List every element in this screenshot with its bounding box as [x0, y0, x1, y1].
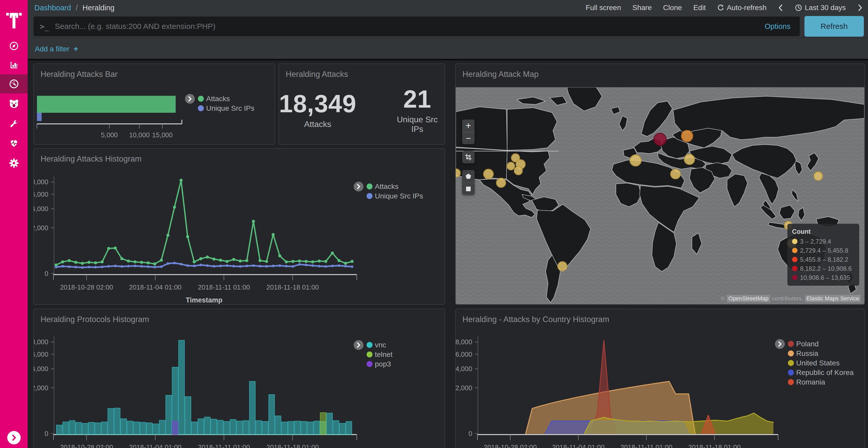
fullscreen-button[interactable]: Full screen [586, 4, 621, 12]
sidebar-item-dashboard[interactable] [0, 74, 28, 94]
breadcrumb-current: Heralding [83, 4, 115, 12]
svg-text:2018-10-28 02:00: 2018-10-28 02:00 [484, 443, 536, 448]
legend-range-row: 3 – 2,729.4 [792, 237, 855, 246]
legend-dot [792, 239, 798, 244]
time-back-button[interactable] [778, 4, 783, 12]
time-forward-button[interactable] [857, 4, 863, 12]
compass-icon [9, 41, 19, 51]
legend-item-unique-src-ips[interactable]: Unique Src IPs [198, 103, 254, 113]
map-toolbar: + − [462, 119, 474, 202]
metric-label: Attacks [279, 119, 356, 129]
square-icon [465, 185, 472, 192]
metric-value: 18,349 [279, 90, 356, 118]
metric-label: Unique Src IPs [390, 115, 444, 134]
legend-dot [788, 379, 794, 385]
legend-item-attacks[interactable]: Attacks [198, 94, 254, 103]
legend-range-row: 8,182.2 – 10,908.6 [792, 264, 855, 273]
metric-attacks: 18,349 Attacks [279, 90, 356, 129]
legend-dot [788, 360, 794, 366]
svg-text:2018-11-18 01:00: 2018-11-18 01:00 [266, 283, 319, 291]
sidebar-item-monitoring[interactable] [0, 133, 28, 153]
legend-dot [792, 257, 798, 262]
legend-item-united-states[interactable]: United States [788, 358, 854, 368]
legend-range-row: 10,908.6 – 13,635 [792, 273, 855, 282]
chevron-right-icon [356, 183, 361, 190]
legend-label: Romania [796, 378, 825, 386]
legend-item-unique-src-ips[interactable]: Unique Src IPs [367, 191, 423, 201]
sidebar-item-management[interactable] [0, 153, 28, 173]
sidebar [0, 0, 28, 448]
legend-dot [367, 351, 373, 357]
sidebar-item-discover[interactable] [0, 36, 28, 56]
ems-link[interactable]: Elastic Maps Service [805, 295, 861, 302]
dashboard-menu: Full screen Share Clone Edit Auto-refres… [586, 0, 863, 15]
bear-icon [8, 99, 20, 109]
edit-button[interactable]: Edit [693, 4, 706, 12]
chevron-right-icon [356, 342, 361, 348]
legend-dot [792, 248, 798, 253]
legend-expand-button[interactable] [185, 94, 195, 104]
clock-icon [795, 4, 802, 11]
panel-attacks-bar: Heralding Attacks Bar 5,00010,00015,000 … [33, 64, 275, 145]
sidebar-collapse-toggle[interactable] [0, 431, 28, 444]
copyright-symbol: © [721, 295, 725, 302]
legend-item-pop3[interactable]: pop3 [367, 359, 393, 369]
share-button[interactable]: Share [632, 4, 652, 12]
svg-text:4,000: 4,000 [456, 365, 472, 373]
map-draw-rectangle-button[interactable] [462, 182, 474, 195]
svg-text:2018-11-11 01:00: 2018-11-11 01:00 [198, 283, 250, 291]
legend-item-romania[interactable]: Romania [788, 377, 854, 387]
legend-expand-button[interactable] [354, 182, 364, 192]
svg-text:6,000: 6,000 [34, 191, 48, 198]
sidebar-item-visualize[interactable] [0, 55, 28, 75]
legend-item-russia[interactable]: Russia [788, 349, 854, 358]
clone-button[interactable]: Clone [663, 4, 682, 12]
legend-item-republic-of-korea[interactable]: Republic of Korea [788, 368, 854, 377]
country-legend: Poland Russia United States Republic of … [775, 339, 854, 387]
map-zoom-in-button[interactable]: + [462, 119, 474, 132]
legend-label: Republic of Korea [796, 369, 854, 377]
auto-refresh-button[interactable]: Auto-refresh [717, 4, 767, 12]
map-zoom-out-button[interactable]: − [462, 132, 474, 144]
contributors-text: contributors, [772, 295, 803, 302]
legend-range-row: 2,729.4 – 5,455.8 [792, 246, 855, 255]
legend-dot [367, 183, 373, 189]
sidebar-item-tpot[interactable] [0, 94, 28, 114]
world-map-canvas[interactable]: + − [456, 87, 864, 304]
legend-label: Poland [796, 340, 819, 348]
legend-range-label: 3 – 2,729.4 [800, 238, 831, 245]
attacks-line-chart: 02,0004,0006,0008,0002018-10-28 02:00201… [34, 149, 444, 304]
legend-item-telnet[interactable]: telnet [367, 350, 393, 359]
svg-text:4,000: 4,000 [34, 365, 48, 373]
breadcrumb-dashboard-link[interactable]: Dashboard [34, 4, 71, 12]
svg-text:2,000: 2,000 [456, 384, 472, 392]
chevron-right-icon [187, 96, 192, 102]
legend-dot [367, 342, 373, 348]
add-filter-link[interactable]: Add a filter + [35, 44, 78, 53]
legend-label: Attacks [375, 182, 399, 191]
legend-item-attacks[interactable]: Attacks [367, 182, 423, 191]
legend-dot [367, 361, 373, 367]
legend-range-label: 8,182.2 – 10,908.6 [800, 265, 852, 272]
map-fit-bounds-button[interactable] [462, 151, 474, 163]
search-input[interactable] [55, 22, 765, 31]
legend-expand-button[interactable] [775, 339, 785, 349]
metric-unique-src-ips: 21 Unique Src IPs [390, 85, 444, 134]
kibana-dashboard-app: Dashboard / Heralding Full screen Share … [0, 0, 868, 448]
legend-range-label: 2,729.4 – 5,455.8 [800, 247, 848, 254]
panel-protocols-histogram: Heralding Protocols Histogram 02,0004,00… [33, 309, 445, 448]
svg-text:15,000: 15,000 [152, 131, 173, 139]
telekom-logo[interactable] [0, 8, 28, 34]
osm-link[interactable]: OpenStreetMap [727, 295, 770, 302]
legend-expand-button[interactable] [354, 340, 364, 350]
svg-text:2018-11-11 01:00: 2018-11-11 01:00 [198, 443, 250, 448]
legend-item-poland[interactable]: Poland [788, 339, 854, 349]
time-picker-button[interactable]: Last 30 days [795, 4, 846, 12]
sidebar-item-devtools[interactable] [0, 114, 28, 133]
refresh-button[interactable]: Refresh [804, 16, 864, 37]
legend-item-vnc[interactable]: vnc [367, 340, 393, 350]
query-options-link[interactable]: Options [765, 22, 790, 31]
map-draw-polygon-button[interactable] [462, 170, 474, 182]
top-navigation-bar: Dashboard / Heralding Full screen Share … [28, 0, 868, 15]
svg-text:6,000: 6,000 [456, 350, 472, 358]
